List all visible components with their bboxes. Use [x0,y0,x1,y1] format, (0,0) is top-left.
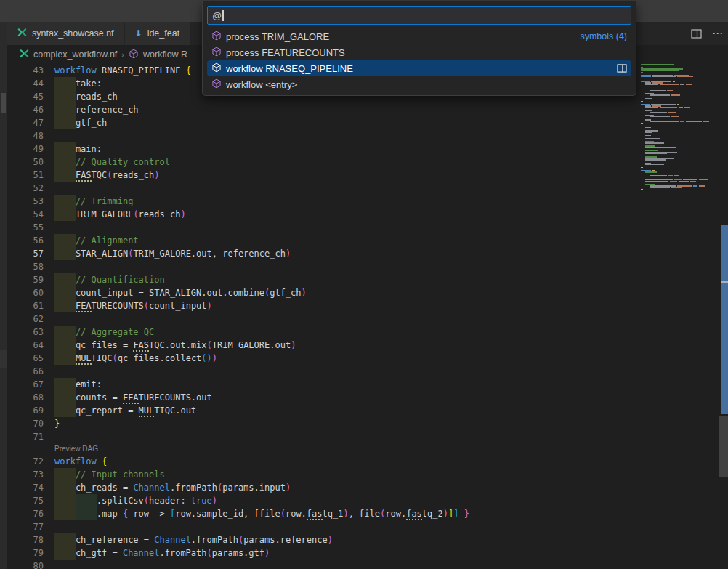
line-number[interactable]: 74 [7,481,44,494]
tab-label: syntax_showcase.nf [32,28,114,39]
code-line[interactable]: 80 [7,560,639,569]
line-number[interactable]: 69 [7,404,44,417]
line-number[interactable]: 58 [7,260,44,273]
line-number[interactable]: 66 [7,365,44,378]
line-number[interactable]: 48 [7,129,44,142]
quick-open-item[interactable]: process FEATURECOUNTS [207,44,631,60]
code-line[interactable]: 51 FASTQC(reads_ch) [7,169,639,182]
line-number[interactable]: 59 [7,273,44,286]
code-line[interactable]: 70} [7,417,639,430]
strip-scroll-handle[interactable] [1,93,6,113]
split-editor-icon[interactable] [691,29,702,39]
code-line[interactable]: 52 [7,182,639,195]
code-line[interactable]: 69 qc_report = MULTIQC.out [7,404,639,417]
code-line[interactable]: 74 ch_reads = Channel.fromPath(params.in… [7,481,639,494]
quick-open-input[interactable]: @ [207,6,631,25]
line-number[interactable]: 44 [7,77,44,90]
vertical-scrollbar-thumb[interactable] [719,416,728,477]
more-actions-icon[interactable]: ⋯ [712,27,724,40]
line-number[interactable]: 73 [7,468,44,481]
line-number[interactable]: 51 [7,169,44,182]
line-number[interactable]: 80 [7,560,44,569]
code-line[interactable]: 54 TRIM_GALORE(reads_ch) [7,208,639,221]
line-number[interactable]: 46 [7,103,44,116]
open-to-side-icon[interactable] [617,64,627,73]
line-number[interactable]: 71 [7,430,44,443]
breadcrumb-symbol[interactable]: workflow R [143,49,187,60]
quick-open-item-label: workflow RNASEQ_PIPELINE [226,63,353,74]
line-number[interactable]: 77 [7,520,44,533]
line-number[interactable]: 53 [7,195,44,208]
code-line[interactable]: 59 // Quantification [7,273,639,286]
code-text: .map { row -> [row.sample_id, [file(row.… [54,507,469,520]
code-line[interactable]: 49 main: [7,142,639,156]
line-number[interactable]: 65 [7,352,44,365]
code-line[interactable]: 50 // Quality control [7,156,639,169]
code-line[interactable]: 78 ch_reference = Channel.fromPath(param… [7,533,639,546]
line-number[interactable]: 50 [7,156,44,169]
code-text: qc_report = MULTIQC.out [54,404,196,417]
line-number[interactable]: 63 [7,326,44,339]
code-line[interactable]: 73 // Input channels [7,468,639,481]
code-text: TRIM_GALORE(reads_ch) [54,208,186,221]
line-number[interactable]: 76 [7,507,44,520]
code-line[interactable]: 75 .splitCsv(header: true) [7,494,639,507]
tab-ide-features[interactable]: ⬇ ide_feat [125,22,190,45]
code-line[interactable]: 57 STAR_ALIGN(TRIM_GALORE.out, reference… [7,247,639,260]
minimap[interactable] [641,64,713,209]
code-line[interactable]: 77 [7,520,639,533]
line-number[interactable]: 52 [7,182,44,195]
line-number[interactable]: 54 [7,208,44,221]
code-line[interactable]: 65 MULTIQC(qc_files.collect()) [7,352,639,365]
code-line[interactable]: 72workflow { [7,455,639,468]
code-line[interactable]: 68 counts = FEATURECOUNTS.out [7,391,639,404]
line-number[interactable]: 70 [7,417,44,430]
line-number[interactable]: 64 [7,339,44,352]
line-number[interactable]: 75 [7,494,44,507]
more-icon[interactable]: ··· [0,80,7,87]
code-line[interactable]: 53 // Trimming [7,195,639,208]
code-line[interactable]: 67 emit: [7,378,639,391]
quick-open-item[interactable]: workflow RNASEQ_PIPELINE [207,60,631,76]
code-line[interactable]: 55 [7,221,639,234]
code-editor[interactable]: 43workflow RNASEQ_PIPELINE {44 take:45 r… [7,64,728,569]
code-line[interactable]: 46 reference_ch [7,103,639,116]
line-number[interactable]: 45 [7,90,44,103]
code-line[interactable]: 63 // Aggregate QC [7,326,639,339]
quick-open-item[interactable]: workflow <entry> [207,76,631,92]
line-number[interactable]: 62 [7,312,44,326]
code-line[interactable]: 66 [7,365,639,378]
line-number[interactable]: 67 [7,378,44,391]
line-number[interactable]: 60 [7,286,44,299]
tab-syntax-showcase[interactable]: syntax_showcase.nf [7,22,124,45]
code-line[interactable]: 64 qc_files = FASTQC.out.mix(TRIM_GALORE… [7,339,639,352]
line-number[interactable]: 55 [7,221,44,234]
code-line[interactable]: 47 gtf_ch [7,116,639,129]
breadcrumb-separator: › [121,50,124,59]
line-number[interactable]: 43 [7,64,44,77]
quick-open-item[interactable]: process TRIM_GALOREsymbols (4) [207,28,631,44]
code-line[interactable]: 56 // Alignment [7,234,639,247]
line-number[interactable]: 56 [7,234,44,247]
line-number[interactable]: 47 [7,116,44,129]
code-line[interactable]: 79 ch_gtf = Channel.fromPath(params.gtf) [7,546,639,560]
code-line[interactable]: 76 .map { row -> [row.sample_id, [file(r… [7,507,639,520]
code-line[interactable]: 60 count_input = STAR_ALIGN.out.combine(… [7,286,639,299]
code-line[interactable]: 62 [7,312,639,326]
line-number[interactable]: 57 [7,247,44,260]
codelens-preview-dag[interactable]: Preview DAG [54,443,98,455]
line-number[interactable]: 78 [7,533,44,546]
code-line[interactable]: 61 FEATURECOUNTS(count_input) [7,299,639,312]
line-number[interactable]: 61 [7,299,44,312]
line-number[interactable]: 72 [7,455,44,468]
code-line[interactable]: 71 [7,430,639,443]
line-number[interactable]: 49 [7,142,44,156]
line-number[interactable]: 68 [7,391,44,404]
code-line[interactable]: 48 [7,129,639,142]
breadcrumb-file[interactable]: complex_workflow.nf [33,49,117,60]
code-line[interactable]: 58 [7,260,639,273]
overview-ruler-cursor-marker [721,281,728,283]
line-number[interactable]: 79 [7,546,44,560]
strip-scroll-handle-secondary [0,350,7,368]
nextflow-file-icon [20,49,29,60]
